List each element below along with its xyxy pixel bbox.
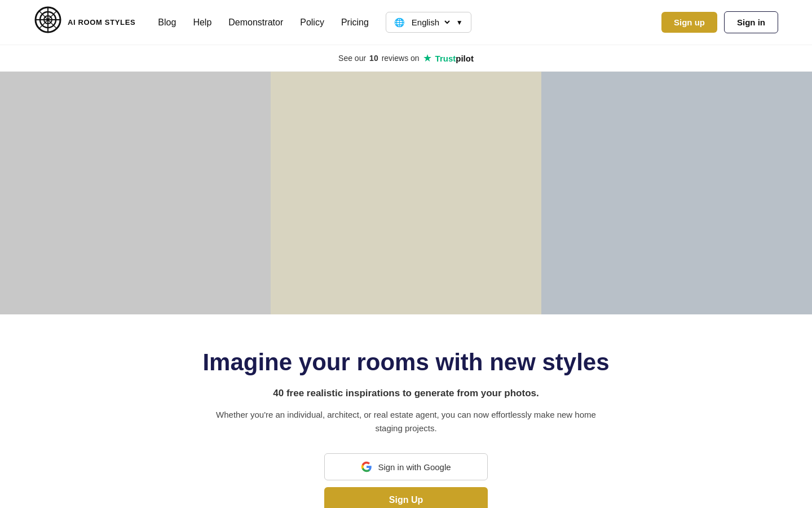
trustpilot-bar: See our 10 reviews on ★ Trustpilot [0, 45, 812, 72]
nav-actions: Sign up Sign in [661, 11, 778, 33]
nav-policy[interactable]: Policy [300, 17, 324, 28]
content-section: Imagine your rooms with new styles 40 fr… [180, 314, 632, 508]
google-signin-label: Sign in with Google [378, 462, 451, 472]
language-selector[interactable]: 🌐 English French Spanish German ▼ [386, 12, 471, 33]
chevron-down-icon: ▼ [456, 19, 463, 27]
description-text: Whether you're an individual, architect,… [209, 408, 603, 435]
signin-button[interactable]: Sign in [724, 11, 778, 33]
hero-panel-1 [0, 72, 271, 314]
globe-icon: 🌐 [394, 17, 405, 28]
google-icon [361, 461, 372, 472]
hero-image-panels [0, 72, 812, 314]
trustpilot-logo: Trustpilot [435, 54, 474, 63]
cta-container: Sign in with Google Sign Up [324, 453, 488, 508]
nav-help[interactable]: Help [193, 17, 211, 28]
trustpilot-count: 10 [369, 54, 378, 63]
cta-signup-button[interactable]: Sign Up [324, 487, 488, 508]
trustpilot-text-after: reviews on [382, 54, 420, 63]
nav-blog[interactable]: Blog [158, 17, 176, 28]
nav-links: Blog Help Demonstrator Policy Pricing 🌐 … [158, 12, 661, 33]
hero-panel-2 [271, 72, 541, 314]
main-heading: Imagine your rooms with new styles [202, 348, 609, 376]
navbar: AI ROOM STYLES Blog Help Demonstrator Po… [0, 0, 812, 45]
trustpilot-text-before: See our [338, 54, 366, 63]
google-signin-button[interactable]: Sign in with Google [324, 453, 488, 480]
trustpilot-star-icon: ★ [423, 52, 432, 64]
brand-name: AI ROOM STYLES [68, 18, 135, 27]
logo[interactable]: AI ROOM STYLES [34, 6, 135, 40]
signup-button[interactable]: Sign up [661, 12, 717, 33]
logo-icon [34, 6, 62, 40]
hero-panel-3 [541, 72, 812, 314]
sub-heading: 40 free realistic inspirations to genera… [273, 388, 539, 399]
language-dropdown[interactable]: English French Spanish German [409, 17, 452, 28]
nav-demonstrator[interactable]: Demonstrator [228, 17, 283, 28]
hero-image-area [0, 72, 812, 314]
nav-pricing[interactable]: Pricing [341, 17, 369, 28]
